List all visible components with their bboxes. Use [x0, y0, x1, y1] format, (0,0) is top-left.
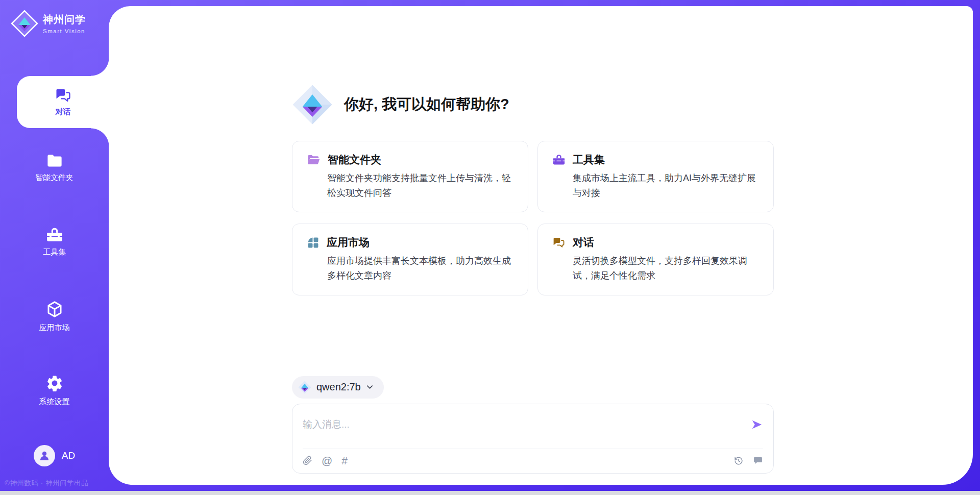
attach-button[interactable] [303, 455, 312, 466]
card-title: 对话 [573, 235, 594, 250]
app-window: 神州问学 Smart Vision 对话 智能文件夹 [0, 0, 980, 495]
sidebar-item-toolset[interactable]: 工具集 [0, 227, 109, 257]
sidebar-item-label: 对话 [56, 107, 71, 117]
feedback-button[interactable] [753, 456, 763, 465]
model-logo-icon [298, 381, 311, 394]
brand: 神州问学 Smart Vision [11, 10, 86, 37]
send-button[interactable] [750, 419, 763, 430]
person-icon [38, 450, 51, 462]
card-toolset[interactable]: 工具集 集成市场上主流工具，助力AI与外界无缝扩展与对接 [537, 141, 774, 212]
sidebar-item-settings[interactable]: 系统设置 [0, 374, 109, 407]
briefcase-icon [552, 154, 566, 166]
feature-cards: 智能文件夹 智能文件夹功能支持批量文件上传与清洗，轻松实现文件问答 工具 [292, 141, 774, 295]
sidebar-item-smart-folder[interactable]: 智能文件夹 [0, 153, 109, 183]
card-description: 应用市场提供丰富长文本模板，助力高效生成多样化文章内容 [327, 254, 513, 283]
main-panel: 你好, 我可以如何帮助你? 智能文件夹 智能文件夹功能支持批量文件上传与清洗，轻… [109, 6, 973, 485]
sidebar-footer: ©神州数码 · 神州问学出品 [5, 479, 88, 488]
card-title: 智能文件夹 [328, 153, 381, 167]
card-smart-folder[interactable]: 智能文件夹 智能文件夹功能支持批量文件上传与清洗，轻松实现文件问答 [292, 141, 528, 212]
chat-bubble-icon [753, 456, 763, 465]
window-bottom-edge [0, 491, 980, 495]
card-description: 智能文件夹功能支持批量文件上传与清洗，轻松实现文件问答 [327, 171, 513, 201]
mention-icon: @ [322, 455, 332, 467]
open-folder-icon [307, 154, 321, 166]
mention-button[interactable]: @ [322, 455, 332, 467]
model-selector[interactable]: qwen2:7b [292, 376, 384, 399]
sidebar-item-chat[interactable]: 对话 [17, 76, 109, 128]
sidebar: 神州问学 Smart Vision 对话 智能文件夹 [0, 0, 109, 495]
user-name: AD [62, 450, 75, 461]
model-name: qwen2:7b [316, 381, 361, 393]
card-title: 应用市场 [327, 235, 370, 250]
sidebar-item-label: 工具集 [43, 247, 66, 257]
sidebar-item-label: 智能文件夹 [35, 173, 74, 183]
history-icon [733, 456, 744, 466]
grid-icon [307, 236, 320, 249]
card-description: 集成市场上主流工具，助力AI与外界无缝扩展与对接 [573, 171, 759, 201]
chat-icon [55, 88, 72, 103]
user-profile[interactable]: AD [0, 445, 109, 466]
chat-icon [552, 237, 566, 249]
card-title: 工具集 [573, 153, 605, 167]
history-button[interactable] [733, 456, 744, 466]
brand-logo-icon [11, 10, 38, 37]
brand-subtitle: Smart Vision [43, 28, 86, 34]
composer: @ # [292, 404, 774, 474]
chevron-down-icon [366, 383, 374, 391]
card-chat[interactable]: 对话 灵活切换多模型文件，支持多样回复效果调试，满足个性化需求 [537, 224, 774, 295]
toolbox-icon [45, 227, 64, 243]
assistant-logo-icon [292, 84, 333, 125]
message-input[interactable] [303, 419, 742, 430]
cube-icon [45, 300, 64, 318]
greeting: 你好, 我可以如何帮助你? [292, 84, 774, 125]
folder-icon [46, 153, 63, 168]
sidebar-item-label: 应用市场 [39, 323, 70, 333]
sidebar-item-app-market[interactable]: 应用市场 [0, 300, 109, 333]
brand-name: 神州问学 [43, 13, 86, 27]
gear-icon [45, 374, 64, 392]
sidebar-item-label: 系统设置 [39, 397, 70, 407]
greeting-text: 你好, 我可以如何帮助你? [344, 94, 509, 115]
paperclip-icon [303, 455, 312, 466]
card-app-market[interactable]: 应用市场 应用市场提供丰富长文本模板，助力高效生成多样化文章内容 [292, 224, 528, 295]
card-description: 灵活切换多模型文件，支持多样回复效果调试，满足个性化需求 [573, 254, 759, 283]
send-icon [750, 419, 763, 430]
topic-button[interactable]: # [341, 455, 348, 467]
avatar [34, 445, 55, 466]
hash-icon: # [341, 455, 348, 467]
